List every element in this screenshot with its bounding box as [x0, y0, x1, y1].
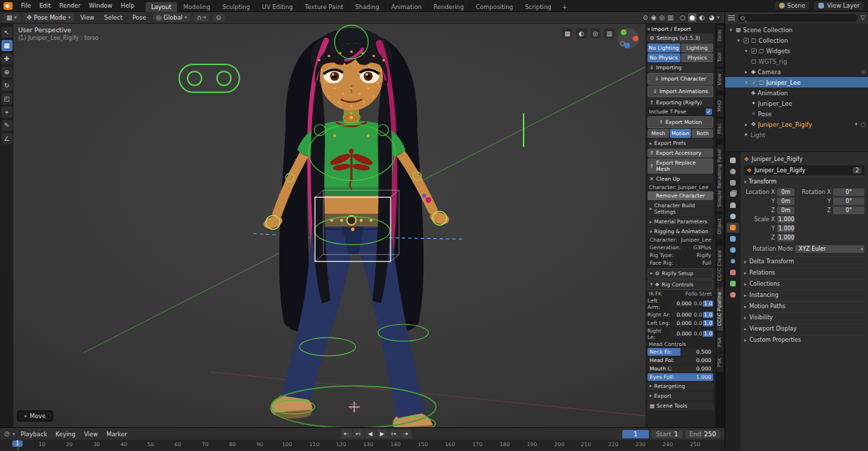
expander-icon[interactable]: ▾	[743, 48, 749, 54]
tab-uv-editing[interactable]: UV Editing	[256, 2, 299, 12]
tab-texture-paint[interactable]: Texture Paint	[300, 2, 350, 12]
tab-rendering[interactable]: Rendering	[428, 2, 470, 12]
tab-scripting[interactable]: Scripting	[519, 2, 558, 12]
retargeting-panel[interactable]: ▸ Retargeting	[648, 382, 713, 391]
eyes-follow-slider[interactable]: Eyes Foll: 1.000	[648, 373, 713, 381]
axis-negative-handle[interactable]	[620, 41, 625, 46]
play-button[interactable]: ▶	[377, 429, 388, 438]
export-replace-mesh-button[interactable]: ⇑ Export Replace Mesh	[648, 158, 713, 174]
follow-value[interactable]: 0.0	[694, 331, 702, 337]
location-x-field[interactable]: 0m	[777, 188, 794, 196]
menu-marker[interactable]: Marker	[104, 430, 130, 438]
lighting-button[interactable]: Lighting	[681, 43, 714, 53]
tab-object[interactable]: Object	[717, 214, 723, 240]
jump-to-start-button[interactable]: ⇤	[341, 429, 352, 438]
overlay-toggle-icon[interactable]: ◎	[590, 28, 601, 39]
importing-header[interactable]: ⇓ Importing	[648, 63, 713, 72]
tab-view[interactable]: View	[717, 69, 723, 90]
outliner-search-input[interactable]	[747, 15, 855, 21]
tab-view-layer[interactable]	[727, 189, 739, 199]
menu-edit[interactable]: Edit	[35, 1, 55, 10]
show-overlays-icon[interactable]: ◎	[659, 15, 665, 21]
location-y-field[interactable]: 0m	[777, 197, 794, 205]
tab-scene[interactable]	[727, 200, 739, 210]
menu-render[interactable]: Render	[55, 1, 85, 10]
solid-shading-icon[interactable]: ●	[688, 13, 696, 22]
panel-visibility[interactable]: ▸Visibility	[744, 312, 864, 322]
tab-compositing[interactable]: Compositing	[470, 2, 519, 12]
tab-misc[interactable]: Misc	[717, 118, 723, 139]
tab-animation[interactable]: Animation	[386, 2, 428, 12]
start-frame-field[interactable]: Start 1	[652, 430, 682, 438]
panel-delta-transform[interactable]: ▸Delta Transform	[744, 256, 864, 266]
scale-x-field[interactable]: 1.000	[777, 216, 794, 223]
follow-value[interactable]: 0.0	[694, 300, 702, 307]
stretch-value[interactable]: 1.0	[703, 331, 713, 337]
panel-custom-properties[interactable]: ▸Custom Properties	[744, 335, 864, 345]
view-layer-selector[interactable]: View Layer	[813, 1, 864, 11]
panel-title[interactable]: ▾ Import / Export	[648, 25, 713, 33]
measure-tool-button[interactable]: ∠	[1, 133, 13, 144]
previous-keyframe-button[interactable]: ↤	[353, 429, 364, 438]
outliner-row-light[interactable]: ☀ Light	[725, 130, 868, 140]
shading-sphere-icon[interactable]: ◐	[576, 28, 587, 39]
tab-mhd[interactable]: MHD	[717, 95, 723, 117]
import-character-button[interactable]: ⇓ Import Character	[648, 73, 713, 85]
xray-icon[interactable]: ▥	[604, 28, 615, 39]
outliner-row-scene-collection[interactable]: ▾ ▦ Scene Collection	[725, 25, 868, 35]
operator-panel[interactable]: ▸ Move	[17, 410, 53, 422]
navigation-gizmo[interactable]	[618, 28, 639, 49]
material-shading-icon[interactable]: ◐	[698, 13, 706, 22]
panel-instancing[interactable]: ▸Instancing	[744, 290, 864, 300]
pivot-point-icon[interactable]: ⊙	[643, 15, 648, 21]
menu-window[interactable]: Window	[85, 1, 117, 10]
tab-sculpting[interactable]: Sculpting	[216, 2, 256, 12]
scale-y-field[interactable]: 1.000	[777, 225, 794, 233]
outliner-row-juniper-lee-collection[interactable]: ▾ ✓ ▢ Juniper_Lee	[725, 77, 868, 88]
expander-icon[interactable]: ▸	[743, 69, 749, 75]
collection-checkbox[interactable]: ✓	[743, 38, 749, 43]
transform-orientation-selector[interactable]: ◎ Global ▾	[153, 13, 191, 22]
timeline-ruler[interactable]: 1 1 10 20 30 40 50 60 70 80 90 100 110 1…	[0, 440, 724, 451]
annotate-tool-button[interactable]: ✎	[1, 120, 13, 131]
head-follow-slider[interactable]: Head Fol: 0.000	[648, 356, 713, 364]
end-frame-field[interactable]: End 250	[685, 430, 720, 438]
exporting-header[interactable]: ⇑ Exporting (Rigify)	[648, 98, 713, 107]
add-workspace-button[interactable]: +	[558, 2, 572, 12]
menu-select[interactable]: Select	[101, 13, 126, 22]
import-animations-button[interactable]: ⇓ Import Animations	[648, 85, 713, 97]
timeline-editor-icon[interactable]: ◷	[4, 431, 10, 437]
outliner-search[interactable]	[738, 14, 858, 22]
collection-checkbox[interactable]: ✓	[751, 80, 757, 85]
tab-simple-renaming-panel[interactable]: Simple Renaming Panel	[717, 144, 723, 211]
menu-view[interactable]: View	[77, 13, 98, 22]
jump-to-end-button[interactable]: ⇥	[400, 429, 412, 438]
editor-type-selector[interactable]: ▦ ▾	[3, 14, 20, 22]
next-keyframe-button[interactable]: ↦	[388, 429, 400, 438]
rotate-tool-button[interactable]: ↻	[1, 80, 13, 91]
rig-controls-panel[interactable]: ▾ ❖ Rig Controls	[648, 279, 713, 290]
tweak-tool-button[interactable]: ↖	[1, 27, 13, 38]
tab-object-data[interactable]	[727, 279, 739, 289]
export-prefs-panel[interactable]: ▸ Export Prefs	[648, 139, 713, 148]
tab-constraints[interactable]	[727, 268, 739, 277]
outliner-row-collection[interactable]: ▾ ✓ ▢ Collection	[725, 35, 868, 46]
rendered-shading-icon[interactable]: ◕	[708, 13, 716, 22]
outliner-row-pose[interactable]: ✧ Pose	[725, 109, 868, 119]
tab-psk[interactable]: PSK	[717, 353, 723, 372]
ik-value-field[interactable]: 0.000	[671, 330, 693, 338]
rotation-y-field[interactable]: 0°	[833, 197, 864, 205]
expander-icon[interactable]: ▾	[736, 38, 741, 43]
mouth-lock-slider[interactable]: Mouth L: 0.000	[648, 365, 713, 373]
panel-relations[interactable]: ▸Relations	[744, 268, 864, 277]
menu-view-timeline[interactable]: View	[81, 430, 101, 438]
ik-value-field[interactable]: 0.000	[671, 300, 693, 307]
rotation-x-field[interactable]: 0°	[833, 188, 864, 196]
collection-checkbox[interactable]: ✓	[751, 48, 757, 54]
tab-shading[interactable]: Shading	[349, 2, 386, 12]
snapping-toggle[interactable]: ∩ ▾	[193, 14, 209, 22]
transform-tool-button[interactable]: ⌖	[1, 106, 13, 118]
rotation-z-field[interactable]: 0°	[833, 207, 864, 214]
export-accessory-button[interactable]: ⇑ Export Accessory	[648, 148, 713, 158]
expander-icon[interactable]: ▾	[728, 27, 734, 33]
